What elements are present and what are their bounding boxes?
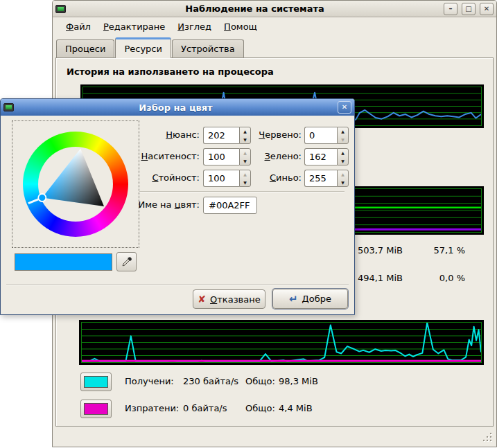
- cpu-section-title: История на използването на процесора: [67, 66, 274, 77]
- green-input[interactable]: 162: [304, 148, 337, 165]
- green-field-row: Зелено: 162 ▲▼: [242, 148, 350, 165]
- blue-label: Синьо:: [242, 172, 302, 183]
- dialog-close-button[interactable]: ✕: [338, 101, 351, 114]
- dialog-title: Избор на цвят: [17, 102, 335, 113]
- blue-down-arrow[interactable]: ▼: [338, 179, 348, 187]
- menu-view[interactable]: Изглед: [171, 19, 218, 35]
- sent-total: 4,4 MiB: [279, 403, 313, 413]
- green-label: Зелено:: [242, 151, 302, 161]
- cancel-button[interactable]: ✘ Отказване: [193, 289, 265, 309]
- swap-percent: 0,0 %: [399, 273, 465, 283]
- system-monitor-icon: [55, 5, 66, 13]
- tab-devices[interactable]: Устройства: [172, 39, 244, 58]
- received-rate: 230 байта/s: [183, 376, 238, 386]
- color-name-label: Име на цвят:: [136, 199, 200, 210]
- sv-marker: [38, 194, 46, 201]
- eyedropper-button[interactable]: [116, 252, 137, 271]
- green-spinner: 162 ▲▼: [304, 148, 349, 165]
- cancel-x-icon: ✘: [198, 294, 206, 305]
- dialog-icon: [3, 103, 14, 111]
- resize-grip[interactable]: [483, 433, 493, 442]
- blue-field-row: Синьо: 255 ▲▼: [242, 170, 350, 187]
- color-name-input[interactable]: #00A2FF: [203, 197, 257, 214]
- hue-field-row: Нюанс: 202 ▲▼: [136, 127, 252, 144]
- menu-file[interactable]: Файл: [60, 19, 97, 35]
- received-color-button[interactable]: [80, 373, 112, 391]
- network-plot: [81, 322, 482, 363]
- sent-rate: 0 байта/s: [183, 403, 227, 413]
- sent-color-button[interactable]: [80, 400, 112, 418]
- green-down-arrow[interactable]: ▼: [338, 157, 348, 165]
- received-label: Получени:: [125, 376, 174, 386]
- menu-help[interactable]: Помощ: [218, 19, 263, 35]
- dialog-titlebar[interactable]: Избор на цвят ✕: [1, 99, 354, 116]
- hue-input[interactable]: 202: [203, 127, 239, 144]
- saturation-value-triangle[interactable]: [23, 132, 128, 237]
- network-history-chart: [79, 320, 484, 365]
- fields-separator: [139, 191, 345, 192]
- red-field-row: Червено: 0 ▲▼: [242, 127, 350, 144]
- value-input[interactable]: 100: [203, 170, 239, 187]
- maximize-button[interactable]: □: [462, 3, 476, 15]
- ok-button[interactable]: ↵ Добре: [272, 289, 348, 309]
- saturation-input[interactable]: 100: [203, 148, 239, 165]
- saturation-label: Наситеност:: [136, 151, 200, 161]
- sent-swatch: [84, 403, 108, 415]
- red-down-arrow[interactable]: ▼: [338, 136, 348, 144]
- close-button[interactable]: ✕: [480, 3, 494, 15]
- menu-edit[interactable]: Редактиране: [97, 19, 171, 35]
- screen: Наблюдение на системата – □ ✕ Файл Редак…: [0, 0, 497, 448]
- sent-total-label: Общо:: [245, 403, 275, 413]
- ok-enter-icon: ↵: [289, 293, 298, 305]
- window-titlebar[interactable]: Наблюдение на системата – □ ✕: [53, 1, 496, 17]
- red-input[interactable]: 0: [304, 127, 337, 144]
- green-up-arrow[interactable]: ▲: [338, 149, 348, 157]
- network-received-row: Получени: 230 байта/s Общо: 98,3 MiB: [56, 373, 493, 392]
- color-picker-dialog: Избор на цвят ✕: [0, 98, 355, 315]
- red-up-arrow[interactable]: ▲: [338, 127, 348, 136]
- color-wheel-widget: [12, 120, 139, 248]
- received-total-label: Общо:: [245, 376, 275, 386]
- menubar: Файл Редактиране Изглед Помощ: [53, 17, 496, 36]
- hue-ring[interactable]: [23, 132, 128, 237]
- minimize-button[interactable]: –: [444, 3, 457, 15]
- memory-percent: 57,1 %: [399, 245, 465, 256]
- network-sent-row: Изпратени: 0 байта/s Общо: 4,4 MiB: [56, 400, 493, 419]
- blue-input[interactable]: 255: [304, 170, 337, 187]
- blue-up-arrow[interactable]: ▲: [338, 170, 348, 179]
- red-label: Червено:: [242, 129, 302, 140]
- red-spinner: 0 ▲▼: [304, 127, 349, 144]
- hue-label: Нюанс:: [136, 129, 200, 140]
- saturation-field-row: Наситеност: 100 ▲▼: [136, 148, 252, 165]
- tab-bar: Процеси Ресурси Устройства: [56, 37, 245, 58]
- blue-spinner: 255 ▲▼: [304, 170, 349, 187]
- tab-processes[interactable]: Процеси: [56, 39, 114, 58]
- tab-resources[interactable]: Ресурси: [115, 37, 171, 58]
- received-swatch: [84, 376, 108, 388]
- buttons-separator: [6, 284, 349, 285]
- received-total: 98,3 MiB: [279, 376, 318, 386]
- ok-label: Добре: [302, 294, 331, 304]
- color-preview-swatch: [15, 253, 112, 271]
- sent-label: Изпратени:: [125, 403, 179, 413]
- cancel-label: Отказване: [210, 294, 261, 305]
- eyedropper-icon: [121, 256, 132, 267]
- window-title: Наблюдение на системата: [69, 3, 441, 14]
- statusbar: [53, 428, 496, 446]
- value-label: Стойност:: [136, 172, 200, 183]
- value-field-row: Стойност: 100 ▲▼: [136, 170, 252, 187]
